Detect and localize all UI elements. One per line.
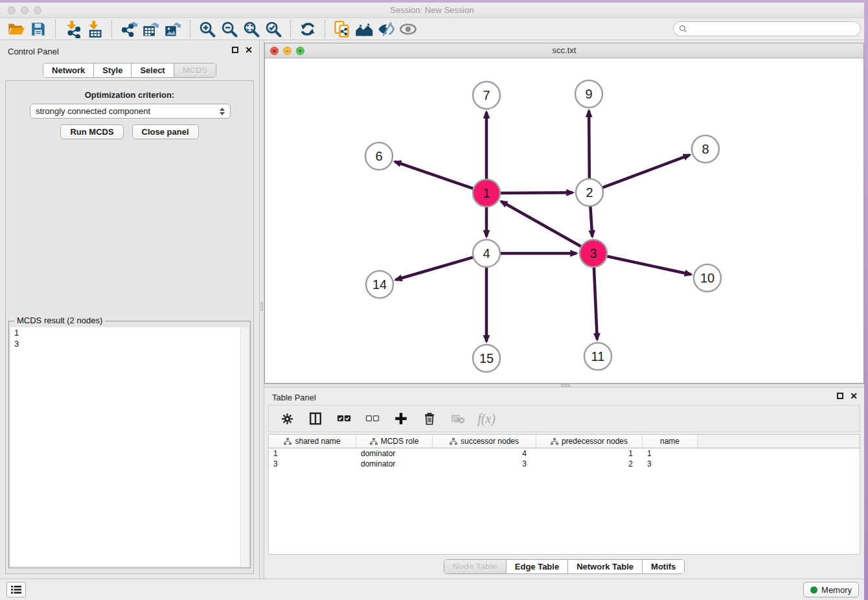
edge-4-14[interactable] bbox=[396, 257, 475, 279]
edge-3-10[interactable] bbox=[606, 256, 691, 275]
select-all-icon[interactable] bbox=[336, 411, 352, 426]
node-4[interactable]: 4 bbox=[473, 240, 500, 267]
window-title: Session: New Session bbox=[0, 5, 864, 15]
close-panel-icon[interactable]: ✕ bbox=[245, 46, 253, 54]
node-1[interactable]: 1 bbox=[473, 179, 500, 207]
optimization-criterion-select[interactable]: strongly connected component bbox=[30, 104, 231, 119]
column-header[interactable]: successor nodes bbox=[433, 435, 536, 448]
float-panel-icon[interactable] bbox=[837, 393, 843, 399]
add-column-icon[interactable] bbox=[393, 411, 409, 426]
open-folder-icon[interactable] bbox=[5, 19, 27, 39]
table-row[interactable]: 1 dominator 4 1 1 bbox=[269, 448, 860, 459]
node-7[interactable]: 7 bbox=[473, 82, 500, 109]
export-image-icon[interactable] bbox=[162, 19, 184, 39]
splitter-grip[interactable] bbox=[561, 384, 570, 387]
tab-network[interactable]: Network bbox=[43, 63, 93, 77]
svg-text:3: 3 bbox=[589, 246, 597, 260]
float-panel-icon[interactable] bbox=[232, 47, 238, 53]
edge-2-9[interactable] bbox=[589, 111, 589, 180]
delete-table-icon[interactable] bbox=[450, 411, 466, 426]
search-field[interactable] bbox=[673, 21, 861, 36]
app-window: Session: New Session bbox=[0, 3, 864, 600]
deselect-all-icon[interactable] bbox=[365, 411, 380, 426]
svg-text:8: 8 bbox=[702, 142, 709, 156]
edge-3-11[interactable] bbox=[594, 266, 597, 340]
column-header[interactable]: name bbox=[643, 435, 698, 448]
network-canvas[interactable]: 7968124314101511 bbox=[265, 58, 863, 383]
edge-3-1[interactable] bbox=[501, 202, 583, 248]
svg-text:7: 7 bbox=[483, 88, 490, 102]
network-graph[interactable]: 7968124314101511 bbox=[265, 58, 863, 383]
networks-overview-icon[interactable] bbox=[353, 19, 375, 39]
mcds-result-group: MCDS result (2 nodes) 1 3 bbox=[8, 321, 251, 568]
tab-edge-table[interactable]: Edge Table bbox=[506, 560, 567, 573]
refresh-layout-icon[interactable] bbox=[297, 19, 319, 39]
node-2[interactable]: 2 bbox=[576, 179, 603, 206]
network-window-titlebar[interactable]: ✕ − + scc.txt bbox=[265, 43, 863, 58]
vertical-splitter[interactable] bbox=[259, 40, 264, 579]
export-network-icon[interactable] bbox=[118, 19, 140, 39]
close-panel-button[interactable]: Close panel bbox=[132, 124, 199, 139]
column-header[interactable]: MCDS role bbox=[356, 435, 433, 448]
search-input[interactable] bbox=[691, 25, 860, 34]
save-icon[interactable] bbox=[27, 19, 49, 39]
zoom-in-icon[interactable] bbox=[196, 19, 218, 39]
import-table-icon[interactable] bbox=[84, 19, 106, 39]
control-panel-title: Control Panel bbox=[8, 47, 59, 56]
export-table-icon[interactable] bbox=[140, 19, 162, 39]
node-11[interactable]: 11 bbox=[584, 343, 611, 370]
run-mcds-button[interactable]: Run MCDS bbox=[60, 124, 123, 139]
tab-motifs[interactable]: Motifs bbox=[642, 560, 684, 573]
result-line: 1 bbox=[10, 327, 249, 338]
edge-2-8[interactable] bbox=[601, 155, 690, 188]
memory-button[interactable]: Memory bbox=[803, 582, 859, 597]
table-panel-title: Table Panel bbox=[272, 393, 316, 402]
column-header[interactable]: shared name bbox=[269, 435, 356, 448]
import-network-icon[interactable] bbox=[62, 19, 84, 39]
column-type-icon bbox=[551, 438, 558, 445]
hide-graphics-icon[interactable] bbox=[375, 19, 397, 39]
desktop: Session: New Session bbox=[0, 0, 868, 600]
column-header[interactable]: predecessor nodes bbox=[536, 435, 643, 448]
copy-network-icon[interactable] bbox=[331, 19, 353, 39]
column-type-icon bbox=[370, 438, 378, 445]
memory-status-icon bbox=[810, 586, 817, 594]
dropdown-arrows-icon bbox=[220, 108, 225, 115]
column-header-filler bbox=[698, 435, 860, 448]
zoom-selected-icon[interactable] bbox=[262, 19, 284, 39]
node-8[interactable]: 8 bbox=[692, 135, 719, 163]
tab-style[interactable]: Style bbox=[93, 63, 131, 77]
svg-text:4: 4 bbox=[483, 246, 490, 260]
columns-icon[interactable] bbox=[308, 411, 323, 426]
toolbar-separator bbox=[111, 20, 112, 38]
edge-1-6[interactable] bbox=[395, 161, 475, 189]
gear-icon[interactable] bbox=[279, 411, 295, 426]
mcds-result-list[interactable]: 1 3 bbox=[10, 327, 249, 566]
control-panel-tabs: Network Style Select MCDS bbox=[43, 63, 216, 78]
table-row[interactable]: 3 dominator 3 2 3 bbox=[269, 459, 860, 469]
delete-column-icon[interactable] bbox=[422, 411, 437, 426]
table-tabs: Node Table Edge Table Network Table Moti… bbox=[444, 559, 685, 574]
tab-select[interactable]: Select bbox=[131, 63, 173, 77]
node-6[interactable]: 6 bbox=[365, 143, 393, 170]
node-14[interactable]: 14 bbox=[366, 271, 393, 298]
close-panel-icon[interactable]: ✕ bbox=[850, 392, 858, 400]
function-builder-icon[interactable]: f(x) bbox=[479, 411, 494, 426]
node-3[interactable]: 3 bbox=[580, 240, 607, 267]
svg-text:11: 11 bbox=[591, 349, 605, 363]
task-history-button[interactable] bbox=[6, 582, 26, 597]
show-graphics-icon[interactable] bbox=[397, 19, 419, 39]
window-titlebar[interactable]: Session: New Session bbox=[0, 3, 864, 18]
splitter-grip[interactable] bbox=[260, 302, 263, 311]
tab-node-table[interactable]: Node Table bbox=[444, 560, 506, 573]
tab-network-table[interactable]: Network Table bbox=[567, 560, 642, 573]
scrollbar-track[interactable] bbox=[240, 327, 249, 566]
tab-mcds[interactable]: MCDS bbox=[174, 63, 216, 77]
zoom-fit-icon[interactable] bbox=[240, 19, 262, 39]
edge-2-3[interactable] bbox=[590, 205, 592, 237]
node-15[interactable]: 15 bbox=[473, 345, 500, 372]
node-9[interactable]: 9 bbox=[575, 80, 602, 108]
edge-1-2[interactable] bbox=[499, 192, 573, 193]
node-10[interactable]: 10 bbox=[694, 264, 721, 292]
zoom-out-icon[interactable] bbox=[218, 19, 240, 39]
